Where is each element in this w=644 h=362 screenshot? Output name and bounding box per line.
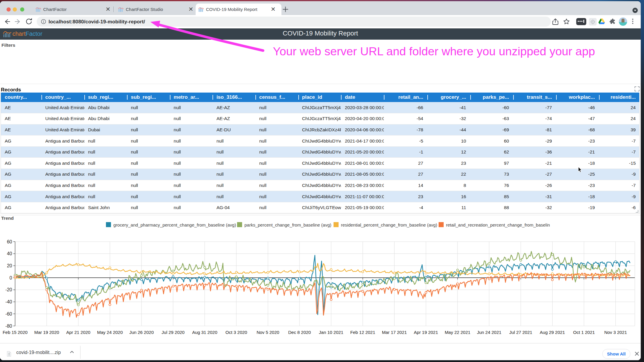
- svg-text:60: 60: [7, 239, 12, 244]
- svg-text:Aug 31 2020: Aug 31 2020: [192, 330, 217, 335]
- svg-text:Oct 3 2020: Oct 3 2020: [226, 330, 247, 335]
- svg-text:20: 20: [7, 263, 12, 268]
- svg-text:Jan 10 2021: Jan 10 2021: [319, 330, 344, 335]
- svg-text:Jun 24 2021: Jun 24 2021: [477, 330, 502, 335]
- svg-text:May 24 2020: May 24 2020: [97, 330, 123, 335]
- svg-text:0: 0: [9, 275, 12, 280]
- svg-text:May 22 2021: May 22 2021: [445, 330, 471, 335]
- svg-text:Mar 19 2020: Mar 19 2020: [34, 330, 59, 335]
- svg-text:Feb 12 2021: Feb 12 2021: [350, 330, 375, 335]
- svg-text:Dec 8 2020: Dec 8 2020: [288, 330, 311, 335]
- svg-text:40: 40: [7, 251, 12, 256]
- svg-text:Feb 15 2020: Feb 15 2020: [3, 330, 28, 335]
- svg-text:Aug 29 2021: Aug 29 2021: [540, 330, 565, 335]
- svg-text:-40: -40: [5, 299, 12, 304]
- svg-text:Jun 26 2020: Jun 26 2020: [129, 330, 154, 335]
- svg-text:Apr 19 2021: Apr 19 2021: [414, 330, 438, 335]
- svg-text:-80: -80: [5, 324, 12, 329]
- svg-text:Nov 5 2020: Nov 5 2020: [257, 330, 279, 335]
- svg-text:Nov 3 2021: Nov 3 2021: [604, 330, 627, 335]
- svg-text:-60: -60: [5, 311, 12, 316]
- svg-text:Apr 21 2020: Apr 21 2020: [66, 330, 91, 335]
- svg-text:Mar 17 2021: Mar 17 2021: [382, 330, 407, 335]
- svg-text:-20: -20: [5, 287, 12, 292]
- svg-text:Oct 1 2021: Oct 1 2021: [573, 330, 595, 335]
- svg-text:Jul 27 2021: Jul 27 2021: [509, 330, 532, 335]
- svg-text:Jul 29 2020: Jul 29 2020: [162, 330, 185, 335]
